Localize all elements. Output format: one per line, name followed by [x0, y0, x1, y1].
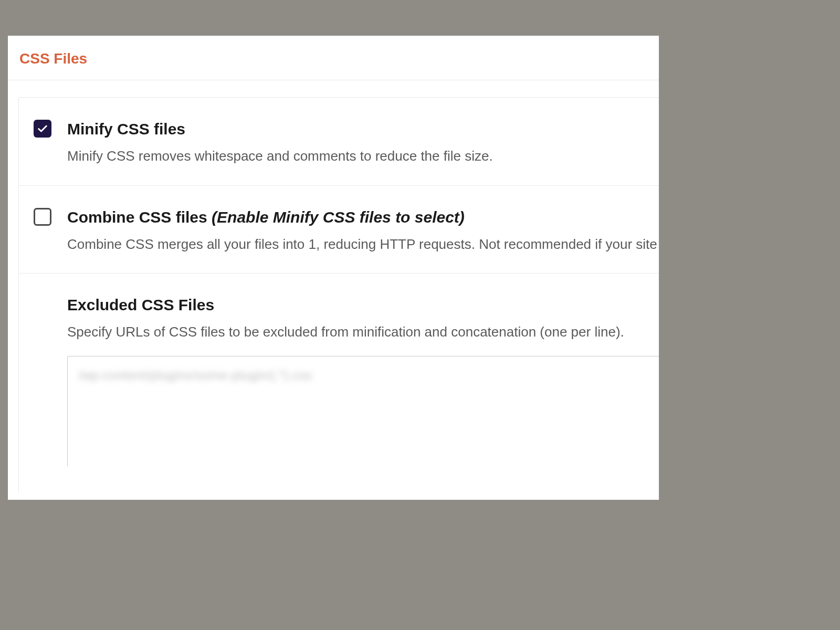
combine-css-label-text: Combine CSS files — [67, 208, 212, 226]
settings-container: Minify CSS files Minify CSS removes whit… — [18, 97, 659, 492]
excluded-css-textarea[interactable]: /wp-content/plugins/some-plugin/(.*).css — [67, 356, 659, 466]
minify-css-label: Minify CSS files — [67, 119, 659, 139]
minify-css-checkbox[interactable] — [34, 120, 51, 138]
excluded-css-title: Excluded CSS Files — [67, 295, 659, 315]
combine-css-label: Combine CSS files (Enable Minify CSS fil… — [67, 207, 659, 227]
combine-css-description: Combine CSS merges all your files into 1… — [67, 235, 659, 255]
excluded-css-row: Excluded CSS Files Specify URLs of CSS f… — [19, 274, 659, 492]
section-title: CSS Files — [8, 36, 659, 80]
minify-css-row: Minify CSS files Minify CSS removes whit… — [19, 98, 659, 186]
minify-css-description: Minify CSS removes whitespace and commen… — [67, 146, 659, 166]
check-icon — [37, 123, 48, 134]
css-files-panel: CSS Files Minify CSS files Minify CSS re… — [8, 36, 659, 500]
excluded-css-description: Specify URLs of CSS files to be excluded… — [67, 322, 659, 342]
excluded-css-placeholder: /wp-content/plugins/some-plugin/(.*).css — [78, 368, 312, 382]
combine-css-checkbox[interactable] — [34, 208, 51, 226]
combine-css-row: Combine CSS files (Enable Minify CSS fil… — [19, 186, 659, 274]
combine-css-hint: (Enable Minify CSS files to select) — [212, 208, 465, 226]
